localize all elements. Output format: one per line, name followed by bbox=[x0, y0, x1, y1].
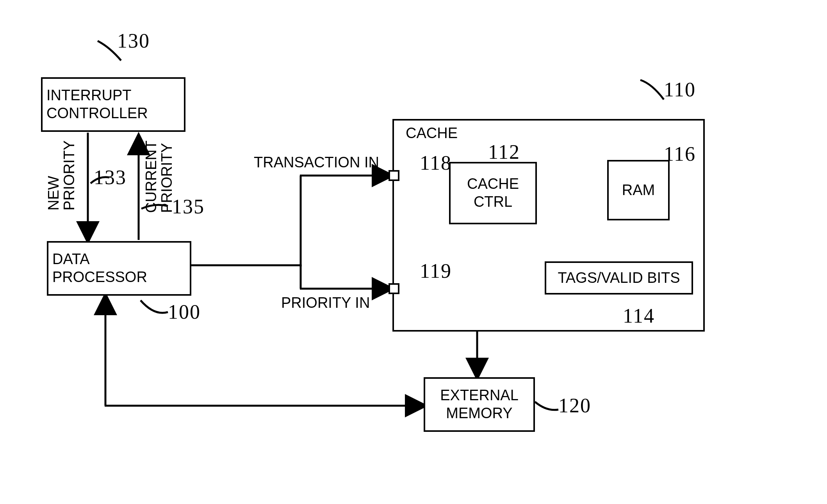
label-current-priority: CURRENT PRIORITY bbox=[144, 140, 175, 213]
block-external-memory: EXTERNAL MEMORY bbox=[424, 377, 535, 432]
ref-116: 116 bbox=[664, 142, 696, 165]
diagram-stage: INTERRUPT CONTROLLER DATA PROCESSOR CACH… bbox=[0, 0, 827, 504]
block-ram: RAM bbox=[607, 160, 670, 220]
block-interrupt-controller-label: INTERRUPT CONTROLLER bbox=[46, 87, 148, 122]
ref-112: 112 bbox=[488, 140, 520, 163]
block-data-processor-label: DATA PROCESSOR bbox=[52, 250, 147, 286]
ref-135: 135 bbox=[172, 195, 205, 218]
block-ram-label: RAM bbox=[622, 181, 655, 199]
leader-100 bbox=[141, 300, 168, 313]
ref-133: 133 bbox=[94, 166, 127, 189]
ref-114: 114 bbox=[623, 304, 655, 327]
label-transaction-in: TRANSACTION IN bbox=[254, 154, 379, 171]
block-interrupt-controller: INTERRUPT CONTROLLER bbox=[41, 77, 185, 132]
label-priority-in: PRIORITY IN bbox=[281, 295, 370, 311]
block-tags-valid: TAGS/VALID BITS bbox=[545, 261, 693, 295]
ref-119: 119 bbox=[420, 259, 452, 282]
port-priority-in bbox=[389, 283, 399, 294]
label-current-priority-text: CURRENT PRIORITY bbox=[143, 140, 175, 213]
block-cache-title: CACHE bbox=[406, 124, 458, 142]
leader-120 bbox=[535, 402, 558, 410]
port-transaction-in bbox=[389, 170, 399, 181]
ref-100: 100 bbox=[168, 300, 201, 323]
ref-130: 130 bbox=[117, 29, 150, 52]
ref-120: 120 bbox=[558, 394, 591, 417]
block-tags-valid-label: TAGS/VALID BITS bbox=[558, 269, 680, 287]
block-data-processor: DATA PROCESSOR bbox=[47, 241, 191, 296]
leader-110 bbox=[640, 80, 664, 99]
block-cache-ctrl: CACHE CTRL bbox=[449, 162, 537, 224]
block-external-memory-label: EXTERNAL MEMORY bbox=[440, 387, 519, 422]
label-new-priority-text: NEW PRIORITY bbox=[45, 140, 77, 210]
ref-110: 110 bbox=[664, 78, 696, 101]
block-cache-ctrl-label: CACHE CTRL bbox=[467, 175, 519, 211]
label-new-priority: NEW PRIORITY bbox=[46, 140, 77, 210]
ref-118: 118 bbox=[420, 151, 452, 174]
block-cache: CACHE bbox=[392, 119, 705, 332]
